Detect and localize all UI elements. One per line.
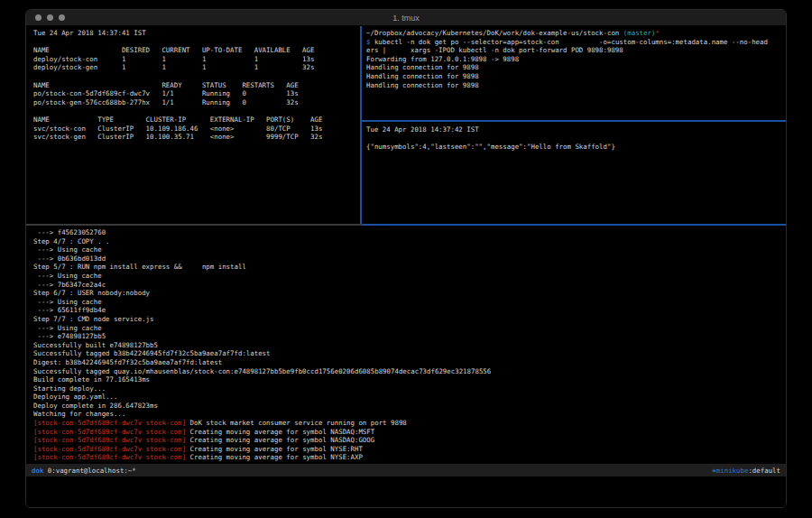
terminal-line: Starting deploy... — [33, 384, 786, 393]
window-titlebar[interactable]: 1. tmux — [26, 10, 786, 26]
terminal-line: ers | xargs -IPOD kubectl -n dok port-fo… — [366, 46, 786, 55]
pane-skaffold-build-log[interactable]: ---> f45623052760Step 4/7 : COPY . . ---… — [26, 226, 786, 464]
terminal-line: Deploying app.yaml... — [33, 393, 786, 402]
terminal-line: Build complete in 77.165413ms — [33, 375, 786, 384]
terminal-line: po/stock-gen-576cc688bb-277hx 1/1 Runnin… — [33, 98, 360, 107]
terminal-line: Successfully built e74898127bb5 — [33, 341, 786, 350]
pane-border-split[interactable] — [26, 224, 786, 226]
terminal-line: ---> Using cache — [33, 272, 786, 281]
terminal-line: Successfully tagged b38b42246945fd7f32c5… — [33, 349, 786, 358]
terminal-line: Successfully tagged quay.io/mhausenblas/… — [33, 367, 786, 376]
terminal-line: [stock-con-5d7df689cf-dwc7v stock-con] C… — [33, 453, 786, 462]
desktop-background: 1. tmux Tue 24 Apr 2018 14:37:41 ISTNAME… — [0, 0, 812, 518]
terminal-line: ---> e74898127bb5 — [33, 332, 786, 341]
pane-border-active-segment — [362, 224, 786, 226]
terminal-line: Deploy complete in 286.647823ms — [33, 402, 786, 411]
terminal-line: Tue 24 Apr 2018 14:37:41 IST — [33, 29, 360, 38]
terminal-line: deploy/stock-con 1 1 1 1 13s — [33, 55, 360, 64]
pane-border-inactive-segment — [26, 224, 362, 226]
terminal-line — [366, 134, 786, 143]
terminal-line: Step 6/7 : USER nobody:nobody — [33, 289, 786, 298]
tmux-top-region: Tue 24 Apr 2018 14:37:41 ISTNAME DESIRED… — [26, 26, 786, 224]
pane-port-forward[interactable]: ~/Dropbox/advocacy/Kubernetes/DoK/work/d… — [362, 26, 786, 120]
terminal-line — [33, 38, 360, 47]
terminal-line: Forwarding from 127.0.0.1:9898 -> 9898 — [366, 55, 786, 64]
terminal-line: ---> Using cache — [33, 324, 786, 333]
terminal-line: Watching for changes... — [33, 410, 786, 419]
terminal-line: ~/Dropbox/advocacy/Kubernetes/DoK/work/d… — [366, 29, 786, 38]
terminal-line: Handling connection for 9898 — [366, 63, 786, 72]
window-list-item[interactable]: 0:vagrant@localhost:~* — [43, 467, 135, 475]
terminal-line: ---> f45623052760 — [33, 228, 786, 237]
terminal-line — [33, 72, 360, 81]
terminal-line: NAME DESIRED CURRENT UP-TO-DATE AVAILABL… — [33, 46, 360, 55]
terminal-line: Handling connection for 9898 — [366, 81, 786, 90]
kube-namespace: :default — [748, 467, 780, 475]
status-left: dok 0:vagrant@localhost:~* — [32, 467, 136, 475]
terminal-line: po/stock-con-5d7df689cf-dwc7v 1/1 Runnin… — [33, 89, 360, 98]
terminal-line: NAME TYPE CLUSTER-IP EXTERNAL-IP PORT(S)… — [33, 116, 360, 125]
terminal-line: Handling connection for 9898 — [366, 72, 786, 81]
terminal-line: {"numsymbols":4,"lastseen":"","message":… — [366, 143, 786, 152]
terminal-line: Step 7/7 : CMD node service.js — [33, 315, 786, 324]
pane-kubectl-watch[interactable]: Tue 24 Apr 2018 14:37:41 ISTNAME DESIRED… — [26, 26, 360, 224]
session-name[interactable]: dok — [32, 467, 43, 475]
terminal-window: 1. tmux Tue 24 Apr 2018 14:37:41 ISTNAME… — [25, 9, 787, 508]
terminal-line: Tue 24 Apr 2018 14:37:42 IST — [366, 125, 786, 134]
terminal-line: ---> 65611ff9db4e — [33, 306, 786, 315]
terminal-line: Step 5/7 : RUN npm install express && np… — [33, 263, 786, 272]
terminal-line: Digest: b38b42246945fd7f32c5ba9aea7af7fd… — [33, 358, 786, 367]
pane-service-response[interactable]: Tue 24 Apr 2018 14:37:42 IST{"numsymbols… — [362, 122, 786, 224]
kube-context: minikube — [716, 467, 749, 475]
tmux-session: Tue 24 Apr 2018 14:37:41 ISTNAME DESIRED… — [26, 26, 786, 507]
terminal-line: deploy/stock-gen 1 1 1 1 32s — [33, 63, 360, 72]
terminal-line: ---> Using cache — [33, 298, 786, 307]
terminal-line: svc/stock-con ClusterIP 10.109.186.46 <n… — [33, 125, 360, 134]
status-right: ⎈minikube:default — [712, 467, 780, 475]
tmux-status-bar: dok 0:vagrant@localhost:~* ⎈minikube:def… — [26, 464, 786, 476]
terminal-line: [stock-con-5d7df689cf-dwc7v stock-con] D… — [33, 419, 786, 428]
terminal-line: svc/stock-gen ClusterIP 10.100.35.71 <no… — [33, 133, 360, 142]
terminal-line: $ kubectl -n dok get po --selector=app=s… — [366, 38, 786, 47]
terminal-line: [stock-con-5d7df689cf-dwc7v stock-con] C… — [33, 445, 786, 454]
tmux-right-column: ~/Dropbox/advocacy/Kubernetes/DoK/work/d… — [362, 26, 786, 224]
terminal-line: [stock-con-5d7df689cf-dwc7v stock-con] C… — [33, 436, 786, 445]
terminal-line — [33, 106, 360, 116]
terminal-line: [stock-con-5d7df689cf-dwc7v stock-con] C… — [33, 428, 786, 437]
terminal-line: ---> 0b636bd013dd — [33, 254, 786, 264]
terminal-line: NAME READY STATUS RESTARTS AGE — [33, 81, 360, 90]
terminal-line: Step 4/7 : COPY . . — [33, 237, 786, 246]
window-title: 1. tmux — [26, 14, 786, 23]
terminal-line: ---> 7b6347ce2a4c — [33, 281, 786, 290]
terminal-line: ---> Using cache — [33, 245, 786, 254]
